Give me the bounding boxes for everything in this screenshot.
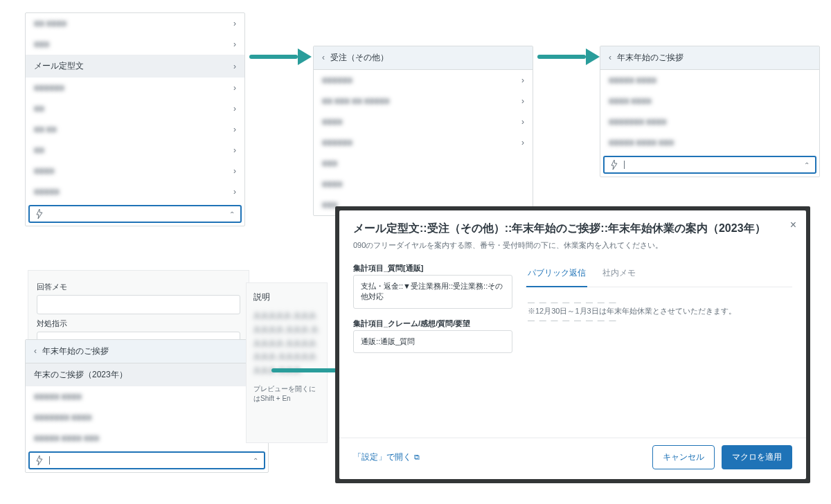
list-item-label: ■■: [34, 145, 44, 155]
list-item[interactable]: ■■■■■ ■■■■: [600, 70, 819, 91]
list-item-label: ■■ ■■■■: [34, 19, 66, 28]
list-item[interactable]: ■■■■■ ■■■■ ■■■: [26, 428, 268, 449]
panel-header[interactable]: ‹受注（その他）: [314, 46, 533, 70]
list-item[interactable]: ■■■■›: [26, 161, 244, 181]
list-item[interactable]: ■■■■■■■ ■■■■: [600, 111, 819, 132]
list-item-label: ■■■■■■■ ■■■■: [34, 413, 91, 422]
panel-header-label: 受注（その他）: [330, 53, 388, 62]
macro-panel-level3[interactable]: ‹年末年始のご挨拶 ■■■■■ ■■■■■■■■ ■■■■■■■■■■■ ■■■…: [600, 46, 820, 177]
modal-right-column: パブリック返信 社内メモ — — — — — — — — ※12月30日～1月3…: [525, 262, 792, 429]
lightning-icon: [35, 456, 44, 465]
list-item-label: ■■■■: [34, 166, 54, 176]
list-item-label: ■■■■■: [34, 187, 59, 197]
flow-arrow: [537, 48, 600, 65]
list-item-label: ■■■■■ ■■■■ ■■■: [34, 433, 99, 443]
macro-search-input[interactable]: ⌃: [28, 451, 265, 469]
list-item-label: ■■■■■ ■■■■: [34, 392, 82, 402]
field-label: 集計項目_質問[通販]: [353, 263, 512, 273]
panel-header[interactable]: ‹年末年始のご挨拶: [26, 340, 268, 363]
list-item[interactable]: ■■■■■›: [26, 181, 244, 202]
list-item-label: ■■■: [34, 39, 49, 49]
list-item-label: ■■: [34, 104, 44, 114]
preview-hint: プレビューを開くにはShift + En: [253, 384, 320, 404]
chevron-up-icon: ⌃: [229, 210, 235, 218]
panel-header-label: 年末年始のご挨拶: [617, 53, 683, 62]
list-item[interactable]: ■■■■: [314, 174, 533, 195]
chevron-up-icon: ⌃: [804, 161, 810, 169]
chevron-left-icon: ‹: [609, 53, 611, 62]
reply-tabs: パブリック返信 社内メモ: [525, 262, 792, 287]
list-item[interactable]: ■■ ■■■ ■■ ■■■■■›: [314, 91, 533, 111]
list-item[interactable]: ■■■■■ ■■■■: [26, 386, 268, 407]
list-item[interactable]: ■■■■›: [314, 111, 533, 132]
chevron-right-icon: ›: [233, 19, 236, 28]
lightning-icon: [35, 209, 44, 219]
chevron-right-icon: ›: [233, 146, 236, 154]
label-instruction: 対処指示: [37, 318, 240, 329]
list-item[interactable]: ■■›: [26, 98, 244, 119]
flow-arrow: [249, 48, 312, 65]
list-item[interactable]: ■■■■■■■ ■■■■: [26, 407, 268, 428]
macro-panel-level3b[interactable]: ‹年末年始のご挨拶 年末のご挨拶（2023年）■■■■■ ■■■■■■■■■■■…: [25, 339, 269, 473]
apply-macro-button[interactable]: マクロを適用: [722, 445, 792, 469]
macro-preview-modal: メール定型文::受注（その他）::年末年始のご挨拶::年末年始休業の案内（202…: [339, 210, 806, 479]
list-item-label: ■■■■: [322, 117, 342, 127]
modal-subtitle: 090のフリーダイヤルを案内する際、番号・受付時間の下に、休業案内を入れてくださ…: [353, 240, 792, 251]
reply-body: — — — — — — — — ※12月30日～1月3日は年末年始休業とさせてい…: [525, 287, 792, 429]
field-label: 集計項目_クレーム/感想/質問/要望: [353, 318, 512, 329]
chevron-right-icon: ›: [233, 40, 236, 48]
chevron-left-icon: ‹: [322, 53, 325, 62]
lightning-icon: [610, 160, 618, 170]
chevron-right-icon: ›: [521, 138, 524, 147]
list-item-label: ■■■■■ ■■■■ ■■■: [609, 138, 674, 147]
macro-search-input[interactable]: ⌃: [603, 156, 816, 174]
modal-left-column: 集計項目_質問[通販] 支払・返金::▼受注業務用::受注業務::その他対応 集…: [353, 262, 512, 429]
list-item[interactable]: ■■ ■■■■›: [26, 13, 244, 34]
macro-panel-level1[interactable]: ■■ ■■■■›■■■›メール定型文›■■■■■■›■■›■■ ■■›■■›■■…: [25, 12, 245, 226]
field-value-chip[interactable]: 通販::通販_質問: [353, 330, 512, 353]
chevron-right-icon: ›: [233, 167, 236, 175]
memo-field[interactable]: [37, 295, 240, 314]
list-item-label: メール定型文: [34, 60, 84, 72]
list-item-label: ■■■■■■■ ■■■■: [609, 117, 666, 127]
macro-preview-modal-backdrop: メール定型文::受注（その他）::年末年始のご挨拶::年末年始休業の案内（202…: [335, 206, 810, 483]
label-memo: 回答メモ: [37, 282, 240, 292]
reply-body-text: ※12月30日～1月3日は年末年始休業とさせていただきます。: [528, 306, 789, 316]
cancel-button[interactable]: キャンセル: [652, 445, 715, 469]
field-value-chip[interactable]: 支払・返金::▼受注業務用::受注業務::その他対応: [353, 275, 512, 309]
open-in-settings-link[interactable]: 「設定」で開く ⧉: [353, 451, 420, 463]
list-item[interactable]: 年末のご挨拶（2023年）: [26, 363, 268, 386]
list-item[interactable]: ■■›: [26, 140, 244, 161]
chevron-right-icon: ›: [521, 97, 524, 105]
list-item-label: ■■■■■■: [322, 138, 352, 147]
list-item-label: ■■■■■■: [34, 83, 64, 93]
chevron-right-icon: ›: [521, 118, 524, 126]
list-item-label: ■■■■: [322, 179, 342, 189]
close-icon[interactable]: ×: [790, 219, 796, 231]
list-item[interactable]: ■■■■ ■■■■: [600, 91, 819, 111]
macro-panel-level2[interactable]: ‹受注（その他） ■■■■■■›■■ ■■■ ■■ ■■■■■›■■■■›■■■…: [313, 46, 533, 216]
list-item-label: ■■■■■ ■■■■: [609, 75, 656, 85]
chevron-left-icon: ‹: [34, 346, 37, 356]
list-item-label: ■■■■■■: [322, 75, 352, 85]
list-item[interactable]: ■■■: [314, 153, 533, 174]
list-item-label: ■■■■ ■■■■: [609, 96, 651, 106]
chevron-right-icon: ›: [233, 188, 236, 196]
list-item[interactable]: ■■■›: [26, 34, 244, 55]
list-item[interactable]: ■■■■■■›: [314, 132, 533, 153]
tab-internal-note[interactable]: 社内メモ: [601, 262, 637, 287]
chevron-right-icon: ›: [521, 76, 524, 84]
panel-header-label: 年末年始のご挨拶: [42, 346, 109, 356]
external-link-icon: ⧉: [414, 453, 420, 462]
list-item-label: ■■ ■■■ ■■ ■■■■■: [322, 96, 389, 106]
panel-header[interactable]: ‹年末年始のご挨拶: [600, 46, 819, 70]
list-item[interactable]: メール定型文›: [26, 55, 244, 78]
list-item[interactable]: ■■■■■■›: [314, 70, 533, 91]
tab-public-reply[interactable]: パブリック返信: [526, 262, 587, 287]
list-item[interactable]: ■■■■■■›: [26, 78, 244, 98]
modal-title: メール定型文::受注（その他）::年末年始のご挨拶::年末年始休業の案内（202…: [353, 222, 792, 236]
list-item[interactable]: ■■ ■■›: [26, 119, 244, 140]
macro-search-input[interactable]: ⌃: [28, 205, 242, 223]
list-item-label: ■■■: [322, 159, 337, 168]
list-item[interactable]: ■■■■■ ■■■■ ■■■: [600, 132, 819, 153]
